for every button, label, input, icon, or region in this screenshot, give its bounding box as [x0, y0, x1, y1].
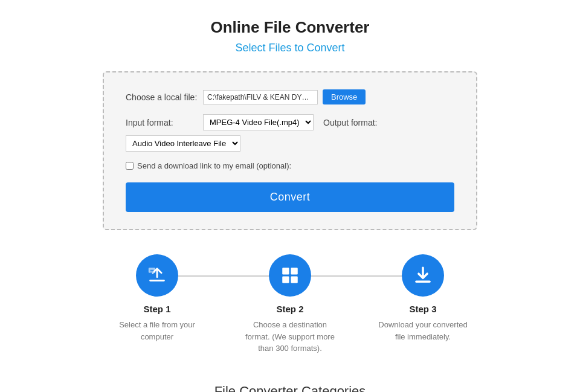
step-1: Step 1 Select a file from your computer	[109, 254, 205, 342]
converter-box: Choose a local file: Browse Input format…	[103, 71, 477, 230]
output-format-label: Output format:	[323, 118, 377, 127]
email-row: Send a download link to my email (option…	[126, 161, 454, 170]
input-format-label: Input format:	[126, 118, 198, 127]
output-format-select[interactable]: Audio Video Interleave File MPEG-4 Video…	[126, 135, 240, 152]
step-2-desc: Choose a destination format. (We support…	[242, 319, 338, 355]
svg-rect-3	[282, 268, 289, 274]
step-1-label: Step 1	[143, 304, 170, 314]
choose-file-label: Choose a local file:	[126, 92, 198, 102]
step-1-desc: Select a file from your computer	[109, 319, 205, 342]
step-2-icon-circle	[269, 254, 311, 297]
step-3-label: Step 3	[409, 304, 436, 314]
svg-rect-1	[156, 269, 158, 278]
format-row: Input format: MPEG-4 Video File(.mp4) AV…	[126, 114, 454, 152]
step-2-label: Step 2	[276, 304, 303, 314]
upload-icon	[147, 265, 167, 286]
step-1-icon-circle	[136, 254, 178, 297]
email-checkbox[interactable]	[126, 162, 134, 170]
step-3-desc: Download your converted file immediately…	[375, 319, 471, 342]
convert-button[interactable]: Convert	[126, 182, 454, 212]
file-path-input[interactable]	[203, 90, 318, 104]
step-3-icon-circle	[402, 254, 444, 297]
grid-icon	[280, 265, 300, 286]
svg-rect-0	[149, 280, 165, 281]
svg-rect-7	[415, 281, 431, 283]
browse-button[interactable]: Browse	[323, 89, 366, 104]
step-3: Step 3 Download your converted file imme…	[375, 254, 471, 342]
file-row: Choose a local file: Browse	[126, 89, 454, 104]
svg-rect-6	[291, 276, 297, 283]
svg-rect-4	[291, 268, 297, 274]
steps-section: Step 1 Select a file from your computer …	[109, 254, 471, 355]
step-2: Step 2 Choose a destination format. (We …	[242, 254, 338, 355]
page-title: Online File Converter	[211, 18, 370, 37]
input-format-select[interactable]: MPEG-4 Video File(.mp4) AVI Video File(.…	[203, 114, 314, 130]
download-icon	[413, 265, 433, 286]
email-label: Send a download link to my email (option…	[137, 161, 291, 170]
categories-title: File Converter Categories	[214, 384, 366, 393]
page-subtitle: Select Files to Convert	[235, 42, 344, 54]
svg-rect-5	[282, 276, 289, 283]
